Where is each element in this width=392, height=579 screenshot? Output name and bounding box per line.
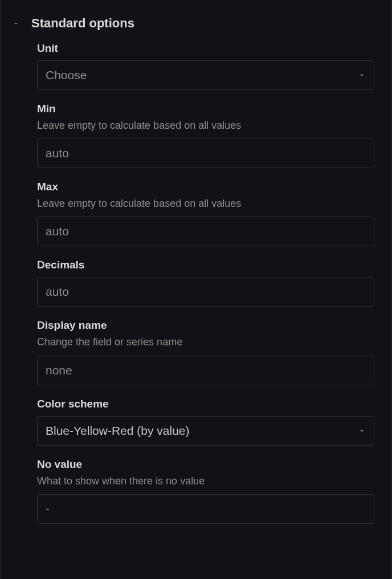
no-value-label: No value bbox=[37, 458, 374, 471]
field-min: Min Leave empty to calculate based on al… bbox=[37, 103, 374, 168]
max-input[interactable] bbox=[37, 217, 374, 246]
min-description: Leave empty to calculate based on all va… bbox=[37, 119, 374, 133]
chevron-down-icon bbox=[358, 427, 366, 435]
section-title: Standard options bbox=[31, 16, 134, 31]
color-scheme-value: Blue-Yellow-Red (by value) bbox=[46, 424, 190, 438]
max-label: Max bbox=[37, 181, 374, 193]
chevron-down-icon bbox=[12, 19, 20, 27]
unit-select[interactable]: Choose bbox=[37, 60, 374, 90]
field-no-value: No value What to show when there is no v… bbox=[37, 458, 374, 524]
unit-label: Unit bbox=[37, 42, 374, 55]
field-max: Max Leave empty to calculate based on al… bbox=[37, 181, 374, 246]
field-unit: Unit Choose bbox=[37, 42, 374, 90]
display-name-input[interactable] bbox=[37, 356, 374, 385]
fields-container: Unit Choose Min Leave empty to calculate… bbox=[12, 42, 380, 524]
decimals-label: Decimals bbox=[37, 259, 374, 271]
options-panel: Standard options Unit Choose Min Leave e… bbox=[0, 0, 392, 579]
no-value-input[interactable] bbox=[37, 494, 374, 524]
min-input[interactable] bbox=[37, 138, 374, 168]
section-header-standard-options[interactable]: Standard options bbox=[12, 0, 380, 42]
field-display-name: Display name Change the field or series … bbox=[37, 319, 374, 385]
color-scheme-select[interactable]: Blue-Yellow-Red (by value) bbox=[37, 416, 374, 446]
display-name-description: Change the field or series name bbox=[37, 335, 374, 349]
field-decimals: Decimals bbox=[37, 259, 374, 307]
field-color-scheme: Color scheme Blue-Yellow-Red (by value) bbox=[37, 398, 374, 446]
color-scheme-label: Color scheme bbox=[37, 398, 374, 410]
no-value-description: What to show when there is no value bbox=[37, 474, 374, 488]
min-label: Min bbox=[37, 103, 374, 115]
decimals-input[interactable] bbox=[37, 277, 374, 307]
chevron-down-icon bbox=[358, 71, 366, 79]
unit-select-placeholder: Choose bbox=[46, 68, 87, 82]
display-name-label: Display name bbox=[37, 319, 374, 332]
max-description: Leave empty to calculate based on all va… bbox=[37, 197, 374, 211]
